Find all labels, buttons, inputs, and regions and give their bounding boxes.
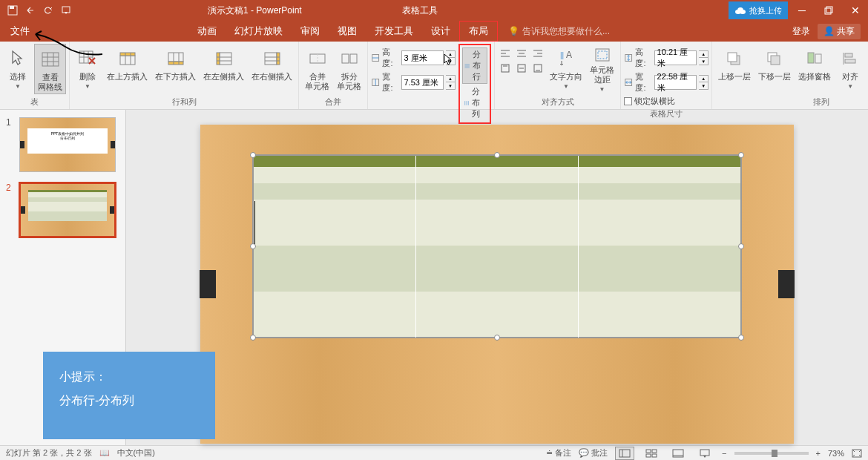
table-row[interactable] — [253, 200, 741, 246]
insert-below-button[interactable]: 在下方插入 — [152, 44, 199, 94]
cell-height-input[interactable]: 高度: 3 厘米 ▲▼ — [371, 47, 456, 69]
table-row[interactable] — [253, 167, 741, 183]
annotation-arrow — [28, 28, 110, 58]
thumbnail-2[interactable]: 2 — [6, 183, 119, 237]
bring-forward-button[interactable]: 上移一层 — [715, 44, 754, 94]
sorter-view-button[interactable] — [642, 447, 661, 460]
send-backward-button[interactable]: 下移一层 — [755, 44, 794, 94]
merge-icon — [306, 47, 329, 70]
svg-rect-26 — [217, 53, 220, 65]
zoom-slider[interactable] — [734, 452, 809, 455]
bulb-icon: 💡 — [508, 26, 519, 36]
slide-counter: 幻灯片 第 2 张，共 2 张 — [6, 447, 92, 459]
align-middle-button[interactable] — [514, 62, 529, 75]
status-bar: 幻灯片 第 2 张，共 2 张 📖 中文(中国) ≐ 备注 💬 批注 − + 7… — [0, 445, 868, 460]
tab-view[interactable]: 视图 — [329, 21, 366, 42]
svg-rect-76 — [845, 59, 855, 63]
cloud-upload-button[interactable]: 抢换上传 — [729, 1, 788, 19]
spinner[interactable]: ▲▼ — [699, 50, 708, 65]
spinner[interactable]: ▲▼ — [699, 75, 708, 90]
tab-developer[interactable]: 开发工具 — [366, 21, 422, 42]
slide-handle-left — [200, 270, 216, 298]
spinner[interactable]: ▲▼ — [446, 75, 456, 90]
spellcheck-icon[interactable]: 📖 — [99, 448, 110, 458]
selection-icon — [803, 47, 826, 70]
lock-aspect-checkbox[interactable]: 锁定纵横比 — [624, 96, 708, 107]
tab-review[interactable]: 审阅 — [292, 21, 329, 42]
tab-layout[interactable]: 布局 — [459, 21, 498, 42]
insert-left-icon — [212, 47, 236, 70]
selection-handle[interactable] — [250, 243, 256, 249]
table-row[interactable] — [253, 183, 741, 200]
close-button[interactable]: ✕ — [843, 0, 868, 21]
svg-rect-30 — [277, 53, 280, 65]
slide-editor[interactable] — [126, 110, 868, 445]
ribbon-group-merge: 合并 单元格 拆分 单元格 合并 — [299, 42, 368, 109]
svg-rect-6 — [825, 8, 831, 14]
undo-icon[interactable] — [24, 4, 37, 17]
reading-view-button[interactable] — [668, 447, 688, 460]
tab-design[interactable]: 设计 — [422, 21, 459, 42]
align-center-button[interactable] — [514, 47, 529, 60]
svg-text:A: A — [566, 50, 572, 60]
cell-width-input[interactable]: 宽度: 7.53 厘米 ▲▼ — [371, 71, 456, 93]
svg-rect-72 — [808, 53, 814, 63]
zoom-out-button[interactable]: − — [722, 449, 726, 458]
comments-button[interactable]: 💬 批注 — [579, 447, 608, 459]
tab-animation[interactable]: 动画 — [188, 21, 226, 42]
insert-above-button[interactable]: 在上方插入 — [104, 44, 151, 94]
notes-button[interactable]: ≐ 备注 — [546, 447, 571, 459]
selection-handle[interactable] — [250, 335, 256, 341]
split-cells-button[interactable]: 拆分 单元格 — [334, 44, 364, 94]
table-width-input[interactable]: 宽度: 22.58 厘米 ▲▼ — [624, 71, 708, 93]
save-icon[interactable] — [6, 4, 19, 17]
selection-handle[interactable] — [738, 243, 744, 249]
tell-me-search[interactable]: 💡 告诉我您想要做什么... — [508, 21, 610, 42]
slideshow-view-button[interactable] — [695, 447, 714, 460]
table-row[interactable] — [253, 246, 741, 292]
selection-handle[interactable] — [494, 335, 500, 341]
tab-slideshow[interactable]: 幻灯片放映 — [226, 21, 292, 42]
selection-handle[interactable] — [738, 152, 744, 158]
align-objects-icon — [838, 47, 862, 70]
login-link[interactable]: 登录 — [792, 25, 810, 38]
zoom-in-button[interactable]: + — [816, 449, 821, 458]
align-left-button[interactable] — [498, 47, 513, 60]
merge-cells-button[interactable]: 合并 单元格 — [302, 44, 332, 94]
align-bottom-button[interactable] — [530, 62, 545, 75]
ribbon-group-alignment: ||A 文字方向 ▼ 单元格 边距 ▼ 对齐方式 — [495, 42, 621, 109]
thumbnail-1[interactable]: 1 PPT表格中如何并列分布行列 — [6, 117, 119, 172]
distribute-rows-button[interactable]: 分布行 — [462, 47, 487, 84]
menu-bar: 文件 动画 幻灯片放映 审阅 视图 开发工具 设计 布局 💡 告诉我您想要做什么… — [0, 21, 868, 42]
normal-view-button[interactable] — [615, 447, 634, 460]
language-indicator[interactable]: 中文(中国) — [117, 447, 155, 459]
start-icon[interactable] — [59, 4, 73, 17]
fit-window-button[interactable] — [852, 449, 862, 458]
insert-right-button[interactable]: 在右侧插入 — [249, 44, 295, 94]
table-height-input[interactable]: 高度: 10.21 厘米 ▲▼ — [624, 47, 708, 69]
text-direction-button[interactable]: ||A 文字方向 ▼ — [547, 44, 585, 94]
align-right-button[interactable] — [530, 47, 545, 60]
selection-handle[interactable] — [250, 152, 256, 158]
svg-rect-17 — [120, 56, 135, 65]
redo-icon[interactable] — [42, 4, 55, 17]
height-icon — [624, 53, 633, 63]
cell-margins-button[interactable]: 单元格 边距 ▼ — [587, 44, 617, 94]
align-top-button[interactable] — [498, 62, 513, 75]
selection-handle[interactable] — [494, 152, 500, 158]
minimize-button[interactable]: ─ — [789, 0, 815, 21]
zoom-level[interactable]: 73% — [828, 449, 844, 458]
selection-pane-button[interactable]: 选择窗格 — [795, 44, 834, 94]
selection-handle[interactable] — [738, 335, 744, 341]
selected-table[interactable] — [252, 154, 742, 338]
dist-rows-icon — [464, 62, 470, 70]
svg-rect-85 — [652, 454, 657, 457]
table-row[interactable] — [253, 292, 741, 338]
share-button[interactable]: 👤 共享 — [818, 24, 861, 39]
svg-rect-83 — [652, 450, 657, 453]
svg-text:||: || — [560, 51, 564, 59]
align-button[interactable]: 对齐 ▼ — [835, 44, 865, 94]
insert-left-button[interactable]: 在左侧插入 — [200, 44, 247, 94]
restore-button[interactable] — [816, 0, 841, 21]
svg-rect-82 — [646, 450, 651, 453]
